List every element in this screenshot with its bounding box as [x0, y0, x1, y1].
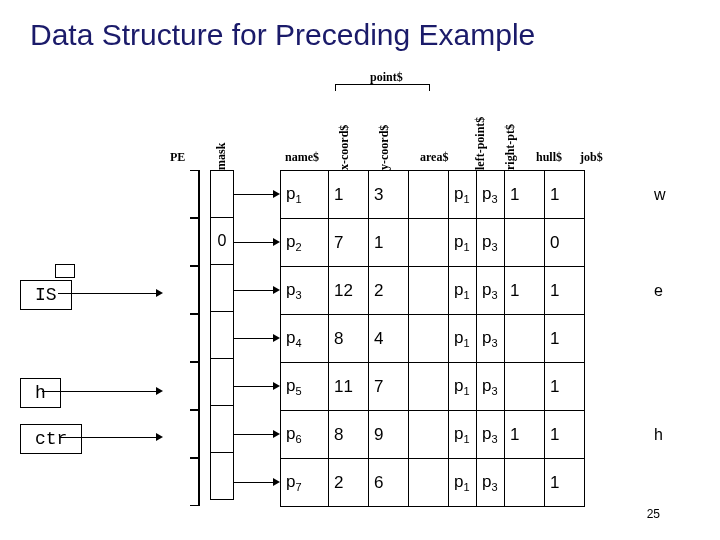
table-row: p5117p1p31 [281, 363, 585, 411]
cell-area [409, 459, 449, 507]
arrow-column [234, 170, 280, 506]
cell-left: p1 [449, 411, 477, 459]
point-group-brace [335, 84, 430, 94]
cell-name: p1 [281, 171, 329, 219]
pe-bracket [160, 218, 200, 266]
page-number: 25 [647, 507, 660, 521]
label-box-h: h [20, 378, 61, 408]
arrow-icon [273, 382, 280, 390]
cell-left: p1 [449, 171, 477, 219]
arrow-icon [273, 334, 280, 342]
label-box-ctr: ctr [20, 424, 82, 454]
cell-y: 1 [369, 219, 409, 267]
header-x: x-coord$ [337, 110, 352, 170]
cell-name: p6 [281, 411, 329, 459]
arrow-icon [156, 387, 163, 395]
connector-line [42, 391, 158, 392]
cell-hull [505, 315, 545, 363]
mask-cell [210, 452, 234, 500]
cell-hull: 1 [505, 267, 545, 315]
cell-y: 4 [369, 315, 409, 363]
cell-hull [505, 219, 545, 267]
cell-job: 1 [545, 363, 585, 411]
cell-job: 0 [545, 219, 585, 267]
cell-job: 1 [545, 411, 585, 459]
slide-title: Data Structure for Preceding Example [0, 0, 720, 62]
cell-x: 2 [329, 459, 369, 507]
cell-area [409, 411, 449, 459]
cell-x: 7 [329, 219, 369, 267]
table-row: p726p1p31 [281, 459, 585, 507]
table-row: p113p1p311 [281, 171, 585, 219]
cell-left: p1 [449, 267, 477, 315]
mask-cell [210, 264, 234, 312]
header-pe: PE [170, 150, 185, 165]
cell-job: 1 [545, 171, 585, 219]
label-box-is: IS [20, 280, 72, 310]
cell-x: 11 [329, 363, 369, 411]
cell-job: 1 [545, 315, 585, 363]
header-mask: mask [214, 110, 229, 170]
cell-hull: 1 [505, 411, 545, 459]
header-job: job$ [580, 150, 603, 165]
header-name: name$ [285, 150, 319, 165]
cell-x: 12 [329, 267, 369, 315]
pe-bracket [160, 362, 200, 410]
cell-right: p3 [477, 219, 505, 267]
cell-y: 7 [369, 363, 409, 411]
arrow-icon [273, 478, 280, 486]
cell-x: 8 [329, 315, 369, 363]
header-left: left-point$ [473, 110, 488, 170]
cell-job: 1 [545, 459, 585, 507]
row-note: e [654, 282, 663, 300]
table-row: p3122p1p311 [281, 267, 585, 315]
is-inner-box [55, 264, 75, 278]
cell-name: p3 [281, 267, 329, 315]
pe-bracket [160, 410, 200, 458]
pe-bracket [160, 458, 200, 506]
mask-column: 0 [210, 170, 234, 499]
cell-right: p3 [477, 363, 505, 411]
arrow-icon [273, 286, 280, 294]
cell-y: 3 [369, 171, 409, 219]
table-row: p271p1p30 [281, 219, 585, 267]
cell-left: p1 [449, 219, 477, 267]
data-table: p113p1p311p271p1p30p3122p1p311p484p1p31p… [280, 170, 585, 507]
header-y: y-coord$ [377, 110, 392, 170]
cell-name: p5 [281, 363, 329, 411]
mask-cell [210, 311, 234, 359]
cell-left: p1 [449, 363, 477, 411]
cell-area [409, 219, 449, 267]
diagram-area: point$ PE mask name$ x-coord$ y-coord$ a… [0, 62, 720, 522]
cell-right: p3 [477, 267, 505, 315]
header-area: area$ [420, 150, 448, 165]
cell-right: p3 [477, 459, 505, 507]
cell-right: p3 [477, 411, 505, 459]
cell-y: 6 [369, 459, 409, 507]
row-note: w [654, 186, 666, 204]
mask-cell: 0 [210, 217, 234, 265]
mask-cell [210, 358, 234, 406]
row-note: h [654, 426, 663, 444]
connector-line [58, 293, 158, 294]
cell-name: p7 [281, 459, 329, 507]
header-right: right-pt$ [503, 110, 518, 170]
cell-area [409, 171, 449, 219]
table-row: p484p1p31 [281, 315, 585, 363]
cell-hull [505, 363, 545, 411]
arrow-icon [156, 433, 163, 441]
cell-hull [505, 459, 545, 507]
cell-area [409, 315, 449, 363]
connector-line [60, 437, 158, 438]
cell-job: 1 [545, 267, 585, 315]
pe-bracket [160, 314, 200, 362]
cell-y: 9 [369, 411, 409, 459]
mask-cell [210, 170, 234, 218]
cell-right: p3 [477, 315, 505, 363]
cell-hull: 1 [505, 171, 545, 219]
cell-x: 8 [329, 411, 369, 459]
cell-right: p3 [477, 171, 505, 219]
cell-x: 1 [329, 171, 369, 219]
table-row: p689p1p311 [281, 411, 585, 459]
pe-bracket-column [160, 170, 200, 506]
